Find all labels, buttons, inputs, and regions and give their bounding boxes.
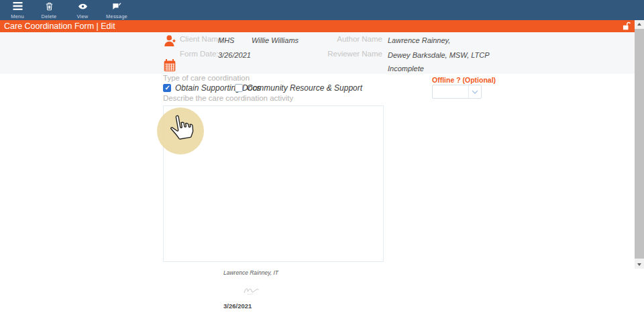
app-window: Menu Delete View Message Care Coordinati… xyxy=(0,0,644,315)
scroll-up-button[interactable] xyxy=(635,20,644,28)
scrollbar-thumb[interactable] xyxy=(635,29,644,259)
signature-date: 3/26/2021 xyxy=(223,302,252,310)
form-title-bar: Care Coordination Form | Edit xyxy=(0,20,635,32)
eye-icon xyxy=(68,1,97,12)
delete-button[interactable]: Delete xyxy=(34,1,64,19)
client-person-icon[interactable] xyxy=(163,34,178,50)
client-name-value: Willie Williams xyxy=(252,36,299,44)
offline-dropdown[interactable] xyxy=(432,85,482,99)
author-name-label: Author Name xyxy=(315,35,382,43)
client-code-value: MHS xyxy=(218,36,234,44)
signature-name: Lawrence Rainney, IT xyxy=(223,269,278,276)
page-title: Care Coordination Form | Edit xyxy=(4,21,115,31)
describe-activity-label: Describe the care coordination activity xyxy=(163,94,293,102)
checkbox-community-resource-support[interactable]: Community Resource & Support xyxy=(235,83,362,93)
author-name-value: Lawrence Rainney, xyxy=(388,36,450,44)
offline-dropdown-value xyxy=(433,85,468,98)
checkbox-box[interactable] xyxy=(163,84,171,92)
reviewer-name-value: Dewey Barksdale, MSW, LTCP xyxy=(388,51,490,59)
top-toolbar: Menu Delete View Message xyxy=(0,0,644,20)
unlock-icon[interactable] xyxy=(621,21,631,32)
scroll-down-icon xyxy=(637,263,641,266)
chevron-down-icon xyxy=(468,85,481,98)
calendar-icon[interactable] xyxy=(163,58,176,75)
menu-button[interactable]: Menu xyxy=(3,1,32,19)
vertical-scrollbar[interactable] xyxy=(635,20,644,269)
offline-optional-label: Offline ? (Optional) xyxy=(432,76,496,84)
hand-pointer-cursor-icon xyxy=(166,111,197,142)
view-button[interactable]: View xyxy=(68,1,97,19)
type-of-care-label: Type of care coordination xyxy=(163,74,250,82)
status-value: Incomplete xyxy=(388,64,424,73)
menu-label: Menu xyxy=(3,13,32,19)
menu-icon xyxy=(3,1,32,12)
delete-label: Delete xyxy=(34,13,64,19)
checkbox-label: Community Resource & Support xyxy=(247,83,362,93)
message-button[interactable]: Message xyxy=(102,1,131,19)
reviewer-name-label: Reviewer Name xyxy=(315,50,382,58)
message-edit-icon xyxy=(102,1,131,12)
scroll-down-button[interactable] xyxy=(635,261,644,269)
signature-scribble xyxy=(241,285,263,300)
message-label: Message xyxy=(102,13,131,19)
form-date-label: Form Date: xyxy=(180,50,219,58)
form-date-value: 3/26/2021 xyxy=(218,51,251,59)
view-label: View xyxy=(68,13,97,19)
checkbox-box[interactable] xyxy=(235,84,243,92)
scroll-up-icon xyxy=(637,23,641,26)
trash-icon xyxy=(34,1,64,12)
